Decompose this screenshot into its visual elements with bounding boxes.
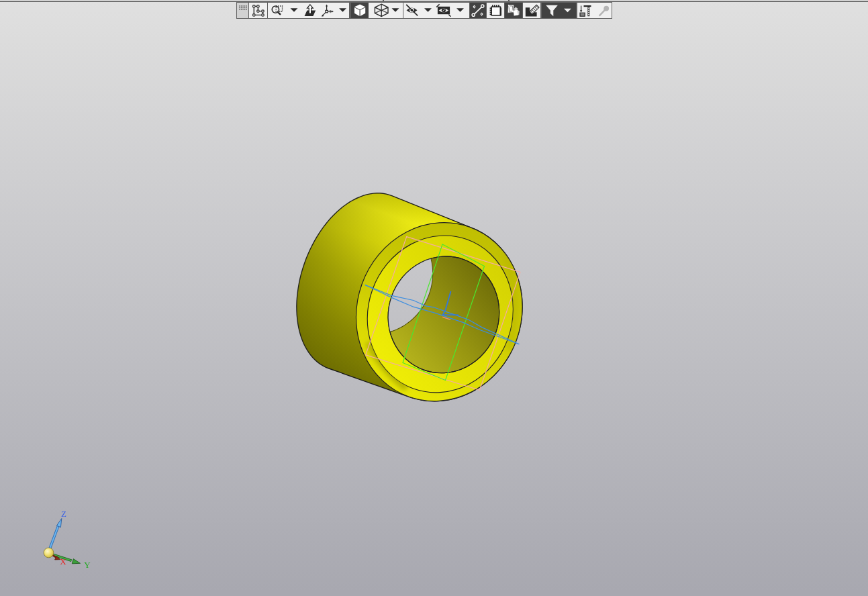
svg-text:Z: Z (61, 509, 66, 519)
svg-text:Y: Y (84, 560, 91, 570)
svg-text:X: X (60, 556, 66, 566)
